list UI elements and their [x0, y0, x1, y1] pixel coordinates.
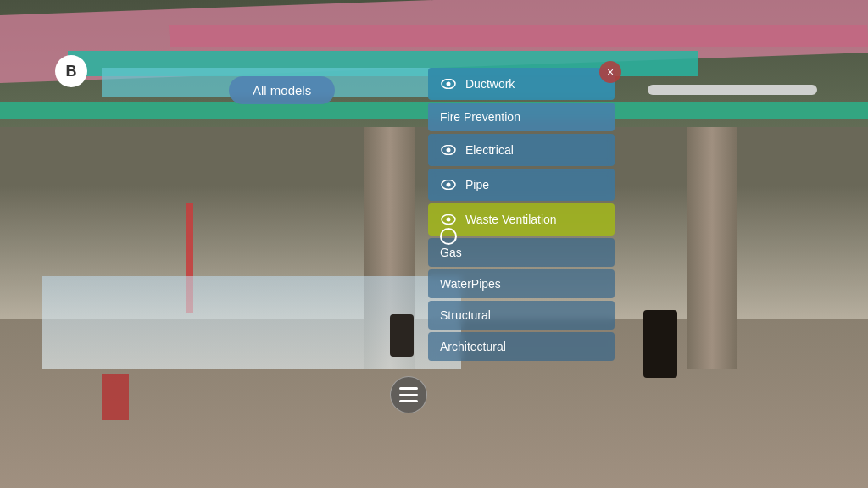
eye-icon-electrical — [440, 141, 457, 158]
eye-icon-waste-ventilation — [440, 211, 457, 228]
menu-item-pipe-label: Pipe — [465, 178, 489, 191]
menu-item-electrical[interactable]: Electrical — [428, 134, 615, 166]
menu-item-waste-ventilation-label: Waste Ventilation — [465, 213, 557, 226]
hamburger-line-3 — [399, 400, 418, 402]
menu-item-structural[interactable]: Structural — [428, 301, 615, 330]
svg-point-3 — [447, 148, 451, 152]
menu-item-waterpipes[interactable]: WaterPipes — [428, 269, 615, 298]
hamburger-button[interactable] — [390, 376, 427, 413]
dark-object-2 — [643, 310, 677, 378]
eye-icon-pipe — [440, 176, 457, 193]
hamburger-line-2 — [399, 394, 418, 396]
waste-ventilation-circle-icon — [440, 228, 457, 245]
svg-point-5 — [447, 183, 451, 187]
red-box — [102, 374, 129, 420]
svg-point-7 — [447, 218, 451, 222]
dark-object-1 — [390, 314, 414, 357]
menu-panel: × Ductwork Fire Prevention Electrical — [428, 68, 615, 363]
duct-pink2 — [169, 25, 868, 47]
pipe-white — [648, 85, 817, 95]
menu-item-ductwork-label: Ductwork — [465, 77, 515, 91]
menu-item-ductwork[interactable]: Ductwork — [428, 68, 615, 100]
column-2 — [687, 127, 737, 369]
all-models-button[interactable]: All models — [229, 76, 335, 104]
menu-item-architectural-label: Architectural — [440, 340, 506, 353]
menu-item-electrical-label: Electrical — [465, 143, 514, 157]
menu-item-fire-prevention[interactable]: Fire Prevention — [428, 103, 615, 131]
menu-item-structural-label: Structural — [440, 308, 491, 322]
close-button[interactable]: × — [599, 61, 621, 83]
menu-item-architectural[interactable]: Architectural — [428, 332, 615, 361]
menu-item-pipe[interactable]: Pipe — [428, 169, 615, 201]
hamburger-line-1 — [399, 387, 418, 390]
b-badge[interactable]: B — [55, 55, 87, 87]
eye-icon-ductwork — [440, 75, 457, 92]
svg-point-1 — [447, 82, 451, 86]
menu-item-fire-prevention-label: Fire Prevention — [440, 110, 520, 124]
menu-item-waterpipes-label: WaterPipes — [440, 277, 501, 291]
